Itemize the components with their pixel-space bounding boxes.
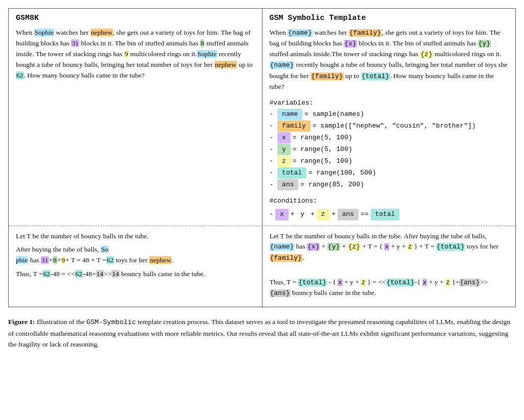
sol-y2: y [397, 242, 400, 250]
gsm-symbolic-content: When {name} watches her {family}, she ge… [270, 28, 509, 92]
sol-9: 9 [61, 256, 66, 264]
sol-tmpl-x4: x [422, 279, 427, 286]
sol-tmpl-ans: {ans} [459, 279, 480, 286]
highlight-62: 62 [16, 71, 24, 79]
tmpl-total1: {total} [361, 72, 390, 80]
sol-nephew: nephew [149, 256, 172, 264]
tmpl-family1: {family} [349, 29, 382, 37]
gsm-symbolic-title: GSM Symbolic Template [270, 14, 509, 22]
sol-31: 31 [41, 256, 49, 264]
tmpl-y1: {y} [478, 40, 491, 47]
tmpl-name1: {name} [288, 29, 313, 37]
tmpl-name2: {name} [270, 61, 295, 69]
cond-x: x [275, 209, 288, 220]
sol-tmpl-z: {z} [348, 243, 361, 251]
highlight-9: 9 [124, 50, 129, 58]
main-container: GSM8K When Sophie watches her nephew, sh… [8, 8, 516, 350]
var-family: - family = sample(["nephew", "cousin", "… [270, 120, 509, 132]
conditions-header: #conditions: [270, 195, 509, 207]
var-x: - x = range(5, 100) [270, 132, 509, 143]
highlight-nephew2: nephew [215, 61, 237, 68]
cond-ans: ans [338, 209, 359, 220]
figure-caption: Figure 1: Illustration of the GSM-Symbol… [8, 316, 516, 350]
highlight-sophie2: Sophie [197, 50, 218, 58]
cond-z: z [317, 209, 329, 220]
highlight-sophie: Sophie [34, 29, 55, 36]
var-name-label: name [277, 109, 302, 120]
sol-14: 14 [96, 270, 104, 278]
var-ans-label: ans [277, 179, 298, 190]
var-family-label: family [277, 120, 310, 132]
tmpl-family2: {family} [311, 72, 343, 80]
sol-tmpl-family: {family} [270, 254, 302, 262]
sol-62: 62 [106, 256, 114, 264]
gsm-symbolic-solution-panel: Let T be the number of bouncy balls in t… [263, 226, 516, 307]
sol-62b: 62 [43, 270, 51, 278]
top-row: GSM8K When Sophie watches her nephew, sh… [9, 9, 515, 226]
var-z-label: z [277, 156, 290, 167]
bottom-row: Let T be the number of bouncy balls in t… [9, 226, 515, 307]
sol-tmpl-y: {y} [327, 243, 340, 251]
conditions-section: #conditions: - x + y + z + ans == total [270, 195, 509, 220]
sol-tmpl-x: {x} [307, 243, 320, 251]
var-y-label: y [277, 144, 290, 155]
condition-line: - x + y + z + ans == total [270, 209, 509, 220]
sol-tmpl-z3: z [361, 279, 366, 286]
sol-tmpl-z2: z [408, 243, 413, 251]
sol-14b: 14 [111, 270, 120, 278]
tmpl-z1: {z} [420, 51, 433, 58]
var-name: - name = sample(names) [270, 109, 509, 120]
variables-section: #variables: - name = sample(names) - fam… [270, 97, 509, 191]
var-total-label: total [277, 167, 306, 179]
sol-tmpl-total2: {total} [298, 279, 327, 286]
sol-tmpl-name: {name} [270, 243, 295, 251]
gsm-symbolic-panel: GSM Symbolic Template When {name} watche… [263, 9, 516, 226]
var-x-label: x [277, 132, 290, 143]
gsm8k-solution-content: Let T be the number of bouncy balls in t… [16, 231, 255, 280]
sol-62c: 62 [75, 270, 83, 278]
tmpl-x1: {x} [344, 40, 356, 47]
sol-tmpl-z4: z [445, 279, 450, 286]
highlight-31: 31 [71, 39, 79, 47]
cond-total: total [371, 209, 400, 220]
var-ans: - ans = range(85, 200) [270, 179, 509, 190]
var-y: - y = range(5, 100) [270, 144, 509, 155]
variables-header: #variables: [270, 97, 509, 109]
gsm-symbolic-inline: GSM-Symbolic [86, 318, 136, 326]
var-z: - z = range(5, 100) [270, 156, 509, 167]
sol-tmpl-total: {total} [436, 243, 465, 251]
figure-label: Figure 1: [8, 318, 35, 326]
var-total: - total = range(100, 500) [270, 167, 509, 179]
gsm8k-panel: GSM8K When Sophie watches her nephew, sh… [9, 9, 263, 226]
figure-box: GSM8K When Sophie watches her nephew, sh… [8, 8, 516, 307]
gsm8k-solution-panel: Let T be the number of bouncy balls in t… [9, 226, 263, 307]
gsm-symbolic-solution-content: Let T be the number of bouncy balls in t… [270, 231, 509, 299]
sol-tmpl-x3: x [338, 279, 343, 286]
sol-tmpl-x2: x [384, 243, 389, 251]
highlight-nephew: nephew [90, 29, 113, 36]
gsm8k-content: When Sophie watches her nephew, she gets… [16, 28, 255, 81]
sol-tmpl-ans2: {ans} [270, 289, 291, 297]
gsm8k-title: GSM8K [16, 14, 255, 22]
sol-8: 8 [53, 256, 57, 264]
highlight-8: 8 [200, 39, 205, 47]
sol-tmpl-total3: {total} [386, 279, 415, 286]
